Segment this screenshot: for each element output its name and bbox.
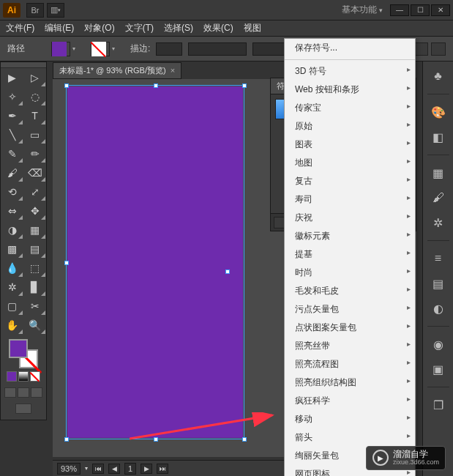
menu-item-library[interactable]: 污点矢量包: [285, 300, 415, 319]
menu-item-library[interactable]: 3D 符号: [285, 62, 415, 81]
width-tool[interactable]: ⇔: [1, 201, 23, 220]
sel-handle-bl[interactable]: [64, 437, 69, 442]
gradient-panel-icon[interactable]: ▤: [430, 275, 447, 292]
zoom-tool[interactable]: 🔍: [23, 316, 46, 335]
sel-handle-ml[interactable]: [64, 261, 69, 265]
menu-item-library[interactable]: 原始: [285, 117, 415, 135]
eyedropper-tool[interactable]: 💧: [1, 259, 23, 278]
zoom-level[interactable]: 93%: [57, 463, 81, 475]
color-panel-icon[interactable]: 🎨: [430, 103, 447, 121]
brushes-panel-icon[interactable]: 🖌: [430, 189, 447, 207]
paintbrush-tool[interactable]: ✎: [1, 144, 23, 163]
document-tab[interactable]: 未标题-1* @ 93% (RGB/预览) ×: [53, 62, 181, 79]
type-tool[interactable]: T: [23, 106, 46, 125]
gradient-tool[interactable]: ▤: [23, 239, 46, 259]
menu-item-library[interactable]: 照亮流程图: [285, 355, 415, 373]
prev-artboard-button[interactable]: ◀: [108, 464, 120, 474]
menu-item-library[interactable]: 传家宝: [285, 99, 415, 117]
artboard-tool[interactable]: ▢: [1, 297, 23, 316]
next-artboard-button[interactable]: ▶: [141, 464, 152, 474]
menu-item-library[interactable]: 庆祝: [285, 209, 415, 227]
selection-tool[interactable]: ▶: [1, 68, 23, 87]
layers-panel-icon[interactable]: ❐: [430, 396, 447, 414]
appearance-panel-icon[interactable]: ◉: [430, 335, 447, 353]
color-guide-panel-icon[interactable]: ◧: [430, 128, 447, 146]
blob-brush-tool[interactable]: 🖌: [1, 163, 23, 182]
menu-item-library[interactable]: 毛发和毛皮: [285, 282, 415, 300]
perspective-tool[interactable]: ▦: [23, 220, 46, 239]
stroke-swatch[interactable]: [91, 42, 110, 56]
menu-type[interactable]: 文字(T): [125, 22, 154, 34]
sel-handle-bc[interactable]: [154, 437, 158, 442]
menu-item-library[interactable]: 地图: [285, 154, 415, 172]
sel-handle-center[interactable]: [225, 269, 230, 274]
menu-item-library[interactable]: 徽标元素: [285, 227, 415, 245]
panel-toggle-2[interactable]: [413, 42, 428, 56]
menu-save-symbols[interactable]: 保存符号...: [285, 39, 415, 57]
menu-object[interactable]: 对象(O): [84, 22, 114, 34]
first-artboard-button[interactable]: ⏮: [92, 464, 104, 474]
magic-wand-tool[interactable]: ✧: [1, 87, 23, 106]
draw-normal-icon[interactable]: [4, 387, 16, 398]
brush-def-dropdown[interactable]: [188, 42, 247, 56]
menu-effect[interactable]: 效果(C): [203, 22, 233, 34]
hand-tool[interactable]: ✋: [1, 316, 23, 335]
blend-tool[interactable]: ⬚: [23, 259, 46, 278]
fill-swatch[interactable]: [51, 42, 70, 56]
rectangle-tool[interactable]: ▭: [23, 125, 46, 144]
menu-item-library[interactable]: 复古: [285, 172, 415, 190]
fill-color-icon[interactable]: [9, 339, 28, 358]
symbol-sprayer-tool[interactable]: ✲: [1, 278, 23, 297]
close-window-button[interactable]: ✕: [431, 4, 450, 16]
menu-select[interactable]: 选择(S): [164, 22, 193, 34]
maximize-button[interactable]: ☐: [411, 4, 430, 16]
workspace-switcher[interactable]: 基本功能: [342, 4, 383, 16]
shape-builder-tool[interactable]: ◑: [1, 220, 23, 239]
free-transform-tool[interactable]: ✥: [23, 201, 46, 220]
menu-view[interactable]: 视图: [244, 22, 261, 34]
draw-inside-icon[interactable]: [31, 387, 42, 398]
pen-tool[interactable]: ✒: [1, 106, 23, 125]
menu-item-library[interactable]: 移动: [285, 410, 415, 428]
lasso-tool[interactable]: ◌: [23, 87, 46, 106]
stroke-panel-icon[interactable]: ≡: [430, 250, 447, 267]
panel-toggle-3[interactable]: [431, 42, 446, 56]
screen-mode-button[interactable]: [15, 404, 31, 414]
graphic-styles-panel-icon[interactable]: ▣: [430, 360, 447, 378]
menu-item-library[interactable]: 照亮组织结构图: [285, 373, 415, 392]
eraser-tool[interactable]: ⌫: [23, 163, 46, 182]
last-artboard-button[interactable]: ⏭: [157, 464, 168, 474]
transparency-panel-icon[interactable]: ◐: [430, 300, 447, 317]
swatches-panel-icon[interactable]: ▦: [430, 164, 447, 182]
bridge-button[interactable]: Br: [26, 3, 44, 18]
menu-item-library[interactable]: Web 按钮和条形: [285, 81, 415, 99]
artboard-number[interactable]: 1: [124, 463, 136, 475]
slice-tool[interactable]: ✂: [23, 297, 46, 316]
menu-item-library[interactable]: 疯狂科学: [285, 392, 415, 410]
arrange-docs-button[interactable]: ▥▾: [47, 3, 64, 18]
none-mode-icon[interactable]: [30, 371, 40, 382]
menu-file[interactable]: 文件(F): [6, 22, 34, 34]
sel-handle-tl[interactable]: [64, 83, 69, 88]
draw-behind-icon[interactable]: [18, 387, 29, 398]
menu-item-library[interactable]: 时尚: [285, 264, 415, 282]
fill-stroke-swatch[interactable]: [9, 339, 38, 368]
menu-item-library[interactable]: 提基: [285, 245, 415, 264]
stroke-weight-input[interactable]: [156, 42, 182, 56]
menu-item-library[interactable]: 图表: [285, 135, 415, 154]
minimize-button[interactable]: —: [390, 4, 409, 16]
menu-item-library[interactable]: 寿司: [285, 190, 415, 209]
sel-handle-tc[interactable]: [154, 83, 158, 88]
direct-selection-tool[interactable]: ▷: [23, 68, 46, 87]
menu-edit[interactable]: 编辑(E): [45, 22, 74, 34]
menu-item-library[interactable]: 点状图案矢量包: [285, 319, 415, 337]
close-tab-icon[interactable]: ×: [171, 66, 175, 75]
panel-icon-info[interactable]: ♣: [430, 67, 447, 85]
scale-tool[interactable]: ⤢: [23, 182, 46, 201]
menu-item-library[interactable]: 照亮丝带: [285, 337, 415, 355]
symbols-panel-icon[interactable]: ✲: [430, 214, 447, 231]
mesh-tool[interactable]: ▩: [1, 239, 23, 259]
gradient-mode-icon[interactable]: [18, 371, 29, 382]
graph-tool[interactable]: ▊: [23, 278, 46, 297]
menu-item-library[interactable]: 箭头: [285, 428, 415, 447]
